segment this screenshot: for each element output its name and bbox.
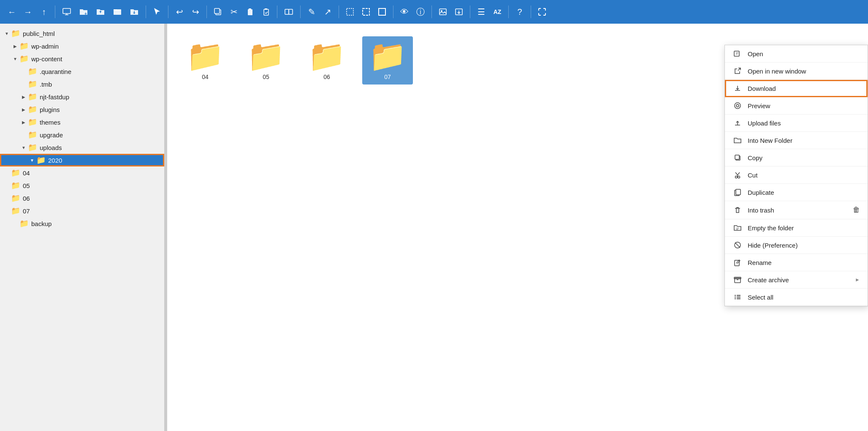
back-icon[interactable]: ←	[5, 5, 19, 19]
download2-icon[interactable]	[127, 5, 141, 18]
select-dash-icon[interactable]	[359, 6, 373, 18]
edit-icon[interactable]: ✎	[305, 5, 318, 19]
svg-rect-10	[289, 9, 293, 14]
copy-icon	[732, 154, 743, 161]
sidebar-item-label: 07	[23, 207, 30, 215]
ctx-label-into_trash: Into trash	[748, 207, 848, 214]
redo-icon[interactable]: ↪	[189, 5, 202, 19]
ctx-rename[interactable]: Rename	[725, 254, 868, 271]
sidebar-item-njt-fastdup[interactable]: ▶📁njt-fastdup	[0, 90, 164, 103]
sidebar-item-2020[interactable]: ▼📁2020	[0, 154, 164, 166]
svg-rect-8	[265, 8, 267, 10]
sep1	[55, 5, 55, 18]
up-icon[interactable]: ↑	[37, 5, 51, 19]
sidebar-item-plugins[interactable]: ▶📁plugins	[0, 103, 164, 116]
ctx-create_archive[interactable]: Create archive ►	[725, 271, 868, 289]
sidebar-item-upgrade[interactable]: 📁upgrade	[0, 128, 164, 141]
download3-icon[interactable]	[452, 6, 466, 18]
sidebar-item-label: 2020	[48, 157, 62, 164]
duplicate-icon	[732, 188, 743, 196]
ctx-into_trash[interactable]: Into trash 🗑	[725, 201, 868, 219]
sidebar-item-tmb[interactable]: 📁.tmb	[0, 78, 164, 90]
sidebar-item-label: public_html	[23, 30, 55, 37]
paste2-icon[interactable]	[259, 6, 273, 18]
eye-icon[interactable]: 👁	[398, 5, 411, 19]
paste-icon[interactable]	[243, 6, 257, 18]
list-view-icon[interactable]: ☰	[475, 5, 488, 19]
ctx-upload_files[interactable]: Upload files	[725, 115, 868, 132]
ctx-cut[interactable]: Cut	[725, 166, 868, 184]
open-folder-icon[interactable]	[110, 5, 125, 18]
svg-rect-13	[379, 8, 385, 15]
ctx-select_all[interactable]: Select all	[725, 289, 868, 306]
folder-label: 04	[202, 74, 209, 80]
new-folder-icon[interactable]: +	[76, 5, 91, 18]
sidebar-item-f05[interactable]: 📁05	[0, 179, 164, 192]
sidebar-item-label: themes	[40, 119, 60, 126]
image-icon[interactable]	[436, 6, 450, 18]
chevron-icon: ▼	[3, 31, 10, 36]
sidebar-item-themes[interactable]: ▶📁themes	[0, 116, 164, 128]
sidebar-item-backup[interactable]: 📁backup	[0, 217, 164, 230]
folder-icon: 📁	[19, 41, 29, 51]
sidebar[interactable]: ▼📁public_html▶📁wp-admin▼📁wp-content📁.qua…	[0, 24, 165, 431]
ctx-into_new_folder[interactable]: Into New Folder	[725, 132, 868, 149]
ctx-copy[interactable]: Copy	[725, 149, 868, 166]
link-icon[interactable]: ↗	[321, 5, 334, 19]
svg-rect-7	[264, 9, 269, 15]
ctx-label-hide: Hide (Preference)	[748, 242, 860, 249]
folder-icon: 📁	[28, 143, 37, 152]
ctx-hide[interactable]: Hide (Preference)	[725, 237, 868, 254]
ctx-duplicate[interactable]: Duplicate	[725, 184, 868, 201]
ctx-open[interactable]: Open	[725, 45, 868, 63]
upload-icon[interactable]	[93, 5, 108, 18]
sort-icon[interactable]: AZ	[491, 7, 504, 17]
multi-copy-icon[interactable]	[282, 6, 296, 18]
sidebar-item-label: uploads	[40, 144, 62, 151]
help-icon[interactable]: ?	[513, 5, 526, 19]
cut-icon[interactable]: ✂	[227, 5, 241, 19]
forward-icon[interactable]: →	[21, 5, 35, 19]
undo-icon[interactable]: ↩	[173, 5, 186, 19]
folder-icon: 📁	[19, 54, 29, 63]
cursor-icon[interactable]	[150, 5, 164, 18]
sidebar-item-uploads[interactable]: ▼📁uploads	[0, 141, 164, 154]
chevron-icon: ▶	[20, 120, 27, 125]
copy-icon[interactable]	[211, 6, 225, 18]
folder-f05[interactable]: 📁 05	[241, 36, 291, 85]
sep5	[277, 5, 277, 18]
ctx-download[interactable]: Download	[725, 80, 868, 97]
sidebar-item-wp-content[interactable]: ▼📁wp-content	[0, 52, 164, 65]
fullscreen-icon[interactable]	[535, 6, 549, 18]
folder-f04[interactable]: 📁 04	[180, 36, 231, 85]
ctx-label-rename: Rename	[748, 259, 860, 266]
ctx-open_new_window[interactable]: Open in new window	[725, 63, 868, 80]
select-solid-icon[interactable]	[375, 6, 389, 18]
select-dotted-icon[interactable]	[343, 6, 357, 18]
open-new-icon	[732, 67, 743, 75]
sidebar-item-f07[interactable]: 📁07	[0, 205, 164, 217]
sidebar-item-wp-admin[interactable]: ▶📁wp-admin	[0, 40, 164, 52]
sidebar-item-f04[interactable]: 📁04	[0, 166, 164, 179]
ctx-label-open: Open	[748, 50, 860, 57]
sidebar-item-quarantine[interactable]: 📁.quarantine	[0, 65, 164, 78]
sidebar-item-f06[interactable]: 📁06	[0, 192, 164, 205]
sidebar-item-public_html[interactable]: ▼📁public_html	[0, 27, 164, 40]
computer-icon[interactable]	[60, 5, 74, 18]
folder-f07[interactable]: 📁 07	[362, 36, 413, 85]
sidebar-item-label: .quarantine	[40, 68, 71, 75]
rename-icon	[732, 259, 743, 266]
folder-icon: 📁	[28, 67, 37, 76]
sep9	[431, 5, 432, 18]
folder-icon: 📁	[186, 41, 224, 71]
ctx-preview[interactable]: Preview	[725, 97, 868, 115]
ctx-empty_folder[interactable]: Empty the folder	[725, 219, 868, 237]
chevron-icon: ▼	[20, 145, 27, 150]
folder-f06[interactable]: 📁 06	[301, 36, 352, 85]
cut-icon	[732, 171, 743, 179]
svg-rect-14	[439, 9, 446, 15]
svg-rect-35	[737, 298, 741, 299]
ctx-label-copy: Copy	[748, 154, 860, 161]
folder-icon: 📁	[247, 41, 285, 71]
info-icon[interactable]: ⓘ	[414, 5, 427, 19]
